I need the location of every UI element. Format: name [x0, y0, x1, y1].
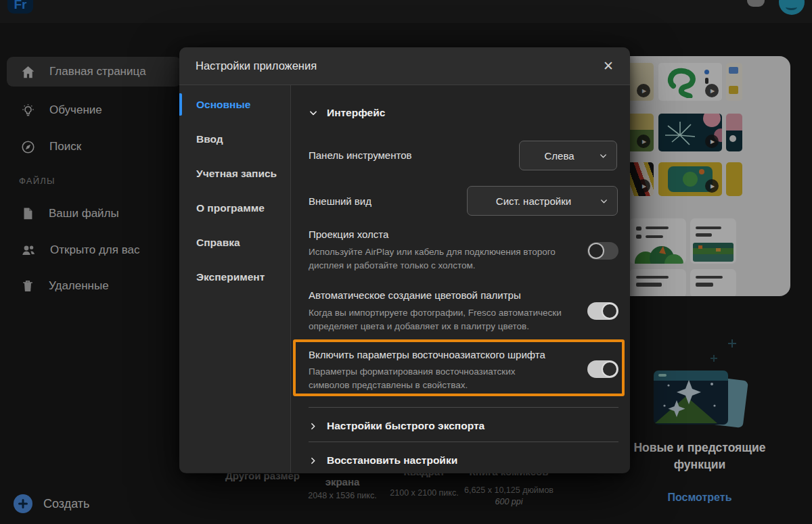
dialog-title: Настройки приложения: [196, 59, 317, 72]
toolbar-position-label: Панель инструментов: [309, 149, 411, 161]
tab-experiment[interactable]: Эксперимент: [179, 260, 290, 294]
section-divider: [309, 407, 618, 408]
chevron-down-icon: [599, 151, 608, 160]
toggle-knob: [602, 303, 618, 319]
chevron-down-icon: [600, 197, 608, 206]
auto-palette-label: Автоматическое создание цветовой палитры: [309, 289, 521, 301]
interface-section-header[interactable]: Интерфейс: [309, 107, 385, 119]
canvas-projection-description: Используйте AirPlay или кабель для подкл…: [309, 245, 567, 272]
east-asian-description: Параметры форматирования восточноазиатск…: [309, 365, 552, 392]
toggle-knob: [588, 243, 604, 259]
auto-palette-toggle[interactable]: [587, 302, 618, 320]
chevron-right-icon: [309, 422, 317, 431]
canvas-projection-toggle[interactable]: [587, 242, 618, 260]
dialog-header: Настройки приложения ✕: [179, 47, 630, 85]
interface-section-label: Интерфейс: [327, 107, 385, 119]
appearance-value: Сист. настройки: [496, 195, 571, 207]
tab-help[interactable]: Справка: [179, 225, 290, 260]
quick-export-label: Настройки быстрого экспорта: [327, 420, 484, 432]
fresco-home-screen: Fr Главная страница Обучение Поиск ФАЙЛЫ: [0, 0, 812, 524]
chevron-right-icon: [309, 456, 317, 465]
tab-general[interactable]: Основные: [179, 87, 290, 122]
toolbar-position-dropdown[interactable]: Слева: [519, 141, 617, 170]
restore-settings-section-header[interactable]: Восстановить настройки: [309, 449, 457, 472]
close-icon[interactable]: ✕: [603, 59, 614, 72]
east-asian-toggle[interactable]: [587, 360, 618, 378]
settings-tab-list: Основные Ввод Учетная запись О программе…: [179, 85, 291, 473]
section-divider: [309, 442, 618, 442]
chevron-down-icon: [309, 108, 318, 118]
auto-palette-description: Когда вы импортируете фотографии, Fresco…: [309, 306, 567, 333]
restore-settings-label: Восстановить настройки: [327, 454, 457, 467]
tab-input[interactable]: Ввод: [179, 122, 290, 156]
east-asian-label: Включить параметры восточноазиатского шр…: [309, 349, 545, 360]
toolbar-position-value: Слева: [544, 150, 574, 162]
appearance-label: Внешний вид: [309, 195, 371, 207]
tab-about[interactable]: О программе: [179, 191, 290, 225]
app-settings-dialog: Настройки приложения ✕ Основные Ввод Уче…: [179, 47, 630, 473]
dialog-body: Основные Ввод Учетная запись О программе…: [179, 85, 630, 473]
tab-account[interactable]: Учетная запись: [179, 156, 290, 191]
settings-content: Интерфейс Панель инструментов Слева Внеш…: [291, 85, 630, 473]
canvas-projection-label: Проекция холста: [309, 229, 388, 240]
quick-export-section-header[interactable]: Настройки быстрого экспорта: [309, 414, 484, 437]
appearance-dropdown[interactable]: Сист. настройки: [467, 186, 618, 216]
toggle-knob: [602, 361, 618, 377]
